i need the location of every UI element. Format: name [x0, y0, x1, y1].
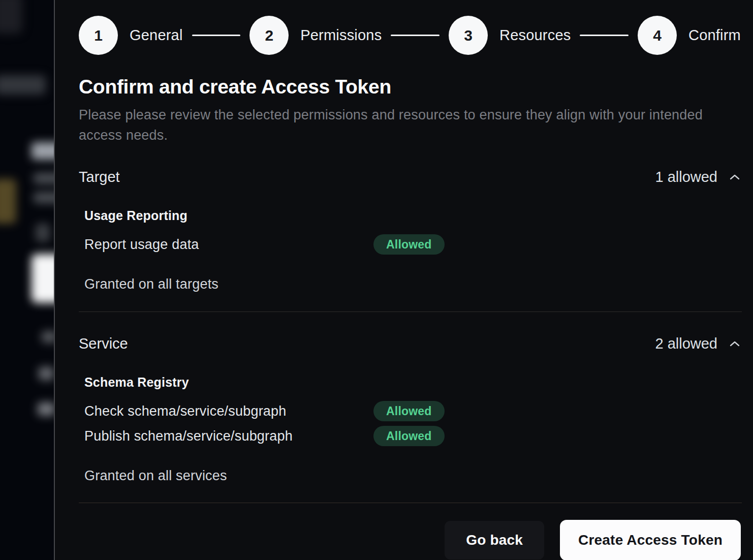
backdrop-text-blur: [34, 192, 54, 203]
step-connector-line: [391, 35, 440, 36]
step-label: Confirm: [688, 27, 741, 44]
permission-group-title: Usage Reporting: [84, 208, 741, 223]
create-access-token-button[interactable]: Create Access Token: [560, 520, 741, 560]
allowed-count: 1 allowed: [655, 169, 717, 185]
go-back-button[interactable]: Go back: [445, 521, 544, 559]
backdrop-heading-blur: [32, 142, 54, 160]
permission-group-usage-reporting: Usage Reporting Report usage data Allowe…: [84, 208, 741, 255]
chevron-up-icon: [729, 171, 741, 183]
status-badge-allowed: Allowed: [373, 401, 445, 421]
permission-row: Report usage data Allowed: [84, 234, 741, 255]
status-badge-allowed: Allowed: [373, 234, 445, 255]
backdrop-card-blur: [32, 254, 54, 303]
step-number-circle: 2: [249, 16, 289, 55]
backdrop-text-blur: [34, 173, 54, 184]
backdrop-logo-blur: [0, 0, 22, 34]
step-number-circle: 4: [638, 16, 677, 55]
backdrop-icon-blur: [36, 224, 50, 242]
section-title: Target: [79, 169, 120, 185]
step-general[interactable]: 1 General: [79, 16, 183, 55]
create-access-token-dialog: 1 General 2 Permissions 3 Resources 4 Co…: [54, 0, 753, 560]
step-connector-line: [580, 35, 629, 36]
section-title: Service: [79, 335, 128, 352]
step-label: Resources: [499, 27, 571, 44]
permission-label: Publish schema/service/subgraph: [84, 428, 373, 444]
permission-label: Check schema/service/subgraph: [84, 403, 373, 419]
step-connector-line: [192, 35, 241, 36]
section-collapse-toggle[interactable]: 1 allowed: [655, 169, 741, 185]
step-resources[interactable]: 3 Resources: [449, 16, 571, 55]
section-header-service: Service 2 allowed: [79, 335, 741, 352]
dialog-footer: Go back Create Access Token: [79, 520, 741, 560]
permission-group-schema-registry: Schema Registry Check schema/service/sub…: [84, 375, 741, 446]
permission-label: Report usage data: [84, 237, 373, 253]
backdrop-nav-item-blur: [0, 75, 46, 95]
granted-scope-note: Granted on all services: [84, 468, 741, 484]
chevron-up-icon: [729, 338, 741, 350]
permission-row: Check schema/service/subgraph Allowed: [84, 401, 741, 421]
backdrop-text-blur: [42, 331, 54, 343]
status-badge-allowed: Allowed: [373, 426, 445, 446]
section-collapse-toggle[interactable]: 2 allowed: [655, 335, 741, 352]
page-subtitle: Please please review the selected permis…: [79, 105, 709, 145]
step-label: General: [130, 27, 183, 44]
step-number-circle: 3: [449, 16, 488, 55]
permission-row: Publish schema/service/subgraph Allowed: [84, 426, 741, 446]
step-confirm[interactable]: 4 Confirm: [638, 16, 741, 55]
backdrop-text-blur: [38, 402, 54, 416]
step-permissions[interactable]: 2 Permissions: [249, 16, 382, 55]
step-label: Permissions: [300, 27, 382, 44]
granted-scope-note: Granted on all targets: [84, 276, 741, 292]
backdrop-text-blur: [39, 367, 54, 380]
section-header-target: Target 1 allowed: [79, 169, 741, 185]
footer-divider: [79, 503, 742, 503]
wizard-stepper: 1 General 2 Permissions 3 Resources 4 Co…: [79, 16, 741, 55]
permission-group-title: Schema Registry: [84, 375, 741, 390]
page-title: Confirm and create Access Token: [79, 76, 741, 98]
backdrop-highlight-blur: [0, 179, 16, 224]
step-number-circle: 1: [79, 16, 118, 55]
section-divider: [79, 312, 742, 312]
backdrop-blurred-page: [0, 0, 54, 560]
allowed-count: 2 allowed: [655, 335, 717, 352]
